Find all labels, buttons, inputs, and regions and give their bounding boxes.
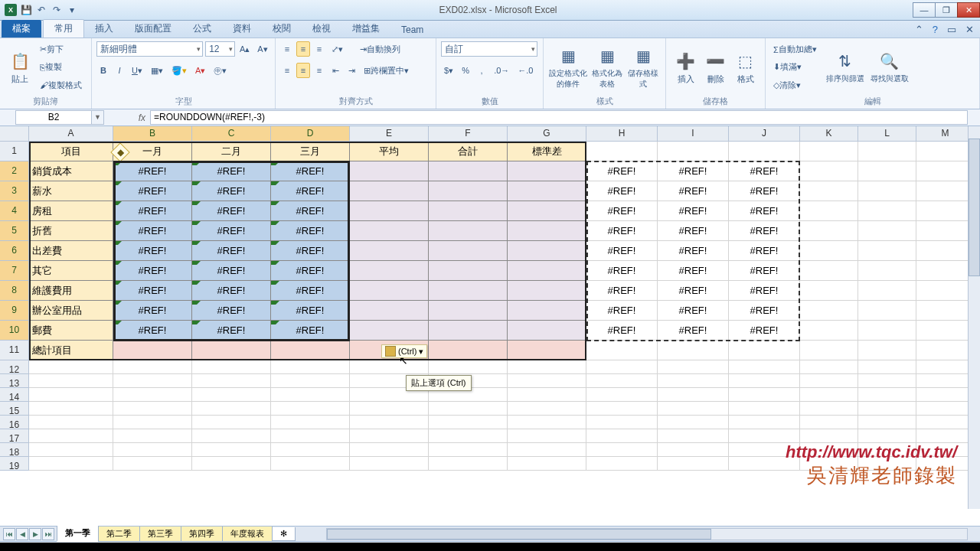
column-header[interactable]: F — [429, 126, 508, 142]
cell[interactable] — [858, 161, 916, 181]
cell[interactable]: 三月 — [271, 142, 350, 161]
cell[interactable]: #REF! — [271, 321, 350, 341]
increase-font-icon[interactable]: A▴ — [237, 41, 253, 57]
cell[interactable] — [113, 429, 192, 443]
format-table-button[interactable]: ▦格式化為表格 — [589, 41, 626, 94]
cell[interactable]: 郵費 — [29, 321, 113, 341]
cell[interactable] — [350, 402, 429, 416]
cell[interactable] — [858, 221, 916, 241]
cell[interactable] — [271, 341, 350, 360]
cell[interactable] — [271, 374, 350, 388]
cell[interactable]: 總計項目 — [29, 341, 113, 360]
cell[interactable]: #REF! — [729, 221, 800, 241]
cell[interactable] — [508, 416, 586, 429]
maximize-button[interactable]: ❐ — [935, 2, 958, 18]
cell[interactable]: #REF! — [192, 161, 271, 181]
cell[interactable] — [658, 429, 729, 443]
cell[interactable]: #REF! — [729, 281, 800, 301]
sheet-nav-next-icon[interactable]: ▶ — [29, 528, 41, 540]
align-top-icon[interactable]: ≡ — [280, 41, 294, 57]
font-size-combo[interactable]: 12 — [205, 41, 234, 57]
cell[interactable] — [29, 429, 113, 443]
cell[interactable]: #REF! — [113, 161, 192, 181]
cell[interactable]: #REF! — [113, 321, 192, 341]
align-middle-icon[interactable]: ≡ — [296, 41, 310, 57]
cell[interactable]: #REF! — [113, 201, 192, 221]
cell[interactable]: #REF! — [729, 301, 800, 321]
cell[interactable]: #REF! — [113, 241, 192, 261]
cell[interactable] — [271, 429, 350, 443]
cell[interactable] — [192, 341, 271, 360]
tab-data[interactable]: 資料 — [222, 20, 262, 37]
cell[interactable]: #REF! — [192, 201, 271, 221]
cell[interactable] — [113, 341, 192, 360]
cell[interactable] — [350, 261, 429, 281]
cell[interactable] — [113, 457, 192, 471]
cell[interactable]: #REF! — [729, 201, 800, 221]
cell[interactable] — [29, 374, 113, 388]
cell[interactable] — [800, 241, 858, 261]
workbook-close-icon[interactable]: ✕ — [961, 21, 978, 37]
cell[interactable] — [586, 416, 658, 429]
align-center-icon[interactable]: ≡ — [296, 63, 310, 78]
cell[interactable] — [729, 402, 800, 416]
cell[interactable] — [586, 142, 658, 161]
cell[interactable] — [729, 374, 800, 388]
cell[interactable] — [350, 221, 429, 241]
cell[interactable] — [429, 457, 508, 471]
column-header[interactable]: L — [858, 126, 916, 142]
cell[interactable] — [800, 301, 858, 321]
find-select-button[interactable]: 🔍尋找與選取 — [871, 41, 909, 94]
decrease-decimal-icon[interactable]: ←.0 — [514, 63, 536, 78]
cell[interactable] — [508, 181, 586, 201]
bold-button[interactable]: B — [96, 63, 110, 78]
fill-button[interactable]: ⬇ 填滿▾ — [770, 60, 805, 75]
wrap-text-button[interactable]: ⇥ 自動換列 — [357, 41, 403, 57]
cell[interactable]: #REF! — [271, 281, 350, 301]
cell[interactable] — [508, 161, 586, 181]
cell[interactable] — [916, 142, 975, 161]
cell[interactable] — [429, 161, 508, 181]
cell[interactable] — [192, 457, 271, 471]
cell[interactable] — [916, 416, 975, 429]
column-header[interactable]: K — [800, 126, 858, 142]
cell[interactable] — [508, 457, 586, 471]
cell[interactable] — [916, 360, 975, 374]
tab-formulas[interactable]: 公式 — [182, 20, 222, 37]
cell[interactable] — [586, 457, 658, 471]
cell[interactable] — [586, 360, 658, 374]
cell[interactable]: #REF! — [586, 261, 658, 281]
cell[interactable] — [658, 443, 729, 457]
cell[interactable] — [858, 402, 916, 416]
cell[interactable] — [800, 142, 858, 161]
cell[interactable] — [429, 360, 508, 374]
cell[interactable]: 項目 — [29, 142, 113, 161]
cell[interactable] — [429, 181, 508, 201]
cell[interactable] — [350, 241, 429, 261]
row-header[interactable]: 2 — [0, 161, 29, 181]
cell[interactable] — [192, 429, 271, 443]
cell[interactable] — [508, 241, 586, 261]
cell[interactable] — [192, 402, 271, 416]
file-tab[interactable]: 檔案 — [2, 20, 41, 37]
cell[interactable] — [350, 161, 429, 181]
cell[interactable] — [350, 429, 429, 443]
cell[interactable] — [429, 201, 508, 221]
cell[interactable]: #REF! — [729, 261, 800, 281]
worksheet-grid[interactable]: ABCDEFGHIJKLM 12345678910111213141516171… — [0, 126, 980, 526]
row-header[interactable]: 15 — [0, 402, 29, 416]
cell[interactable] — [858, 374, 916, 388]
cell[interactable] — [858, 201, 916, 221]
cell[interactable] — [350, 281, 429, 301]
cell[interactable] — [658, 457, 729, 471]
redo-icon[interactable]: ↷ — [51, 4, 63, 16]
cell[interactable] — [586, 443, 658, 457]
tab-home[interactable]: 常用 — [43, 19, 84, 37]
cell[interactable] — [350, 201, 429, 221]
orientation-icon[interactable]: ⤢▾ — [328, 41, 346, 57]
sheet-tab-2[interactable]: 第二季 — [98, 527, 140, 542]
row-header[interactable]: 3 — [0, 181, 29, 201]
cell[interactable] — [271, 402, 350, 416]
row-header[interactable]: 17 — [0, 429, 29, 443]
cell[interactable]: #REF! — [271, 301, 350, 321]
